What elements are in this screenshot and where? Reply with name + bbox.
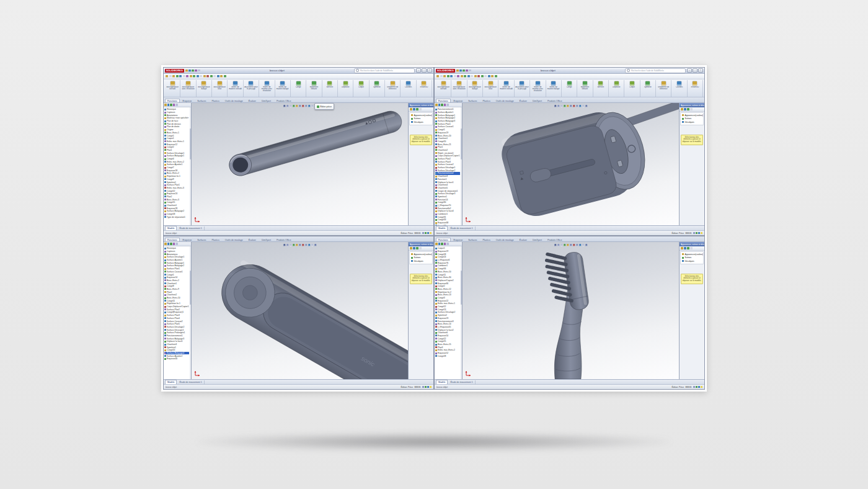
ribbon-button[interactable]: Bossage/Base extrudé [436, 80, 451, 97]
command-tab[interactable]: Outils de moulage [223, 238, 246, 241]
model-motion-tab[interactable]: Étude de mouvement 1 [448, 380, 475, 384]
feature-tree-item[interactable]: Type de séparation1 [164, 215, 189, 218]
status-icon[interactable] [693, 232, 695, 234]
status-units[interactable]: MMGS [415, 232, 421, 235]
view-toolbar-icon[interactable] [579, 244, 582, 246]
menubar-icon[interactable] [213, 75, 216, 78]
feature-tree-item[interactable]: Congé28 [435, 354, 460, 357]
command-tab[interactable]: Plastics [480, 238, 492, 241]
task-pane-tool-icon[interactable] [410, 247, 412, 249]
window-control-button[interactable]: – [687, 68, 692, 73]
ribbon-button[interactable]: Enlèv. de matière avec révolution [259, 80, 275, 97]
command-tab[interactable]: DimXpert [259, 99, 273, 102]
view-toolbar-icon[interactable] [305, 105, 308, 107]
task-pane-tool-icon[interactable] [419, 247, 422, 249]
feature-tree-item[interactable]: Coupe de séparation1 [435, 189, 460, 192]
status-icon[interactable] [693, 386, 695, 388]
appearances-tree-item[interactable]: Décalques [681, 259, 703, 263]
feature-tree-item[interactable]: Surface-Plan1 [164, 267, 189, 271]
command-tab[interactable]: Surfaces [466, 99, 479, 102]
feature-manager-tab-icon[interactable] [175, 243, 178, 245]
feature-tree-item[interactable]: Plan1 [435, 146, 460, 149]
menubar-icon[interactable] [457, 75, 459, 78]
menubar-icon[interactable] [461, 75, 463, 78]
menubar-icon[interactable] [186, 75, 188, 78]
status-icon[interactable] [427, 232, 429, 234]
title-bar[interactable]: SOLIDWORKS brosse.sldprt Recherche dans … [164, 68, 433, 74]
status-icon[interactable] [422, 386, 424, 388]
feature-tree-item[interactable]: Corps-Déplacer/Copier1 [435, 155, 460, 158]
feature-tree-item[interactable]: Répétition lin.1 [164, 175, 189, 178]
task-pane-tool-icon[interactable] [687, 108, 689, 110]
model-motion-tab[interactable]: Étude de mouvement 1 [177, 380, 204, 384]
floating-confirm-button[interactable]: Éditer pièce [314, 103, 334, 110]
window-control-button[interactable]: □ [422, 68, 427, 73]
ribbon-button[interactable]: Congé [562, 80, 577, 97]
quick-access-icon[interactable] [188, 70, 191, 72]
command-tab[interactable]: Esquisse [180, 238, 195, 241]
command-tab[interactable]: Plastics [480, 99, 492, 102]
feature-tree-item[interactable]: Boss.-Extru.30 [435, 276, 460, 279]
feature-manager-tab-icon[interactable] [441, 104, 443, 106]
feature-manager-tab-icon[interactable] [170, 243, 172, 245]
menubar-icon[interactable] [206, 75, 209, 78]
status-icon[interactable] [430, 232, 432, 234]
command-tab[interactable]: Produits Office [545, 99, 565, 102]
quick-access-icon[interactable] [469, 70, 471, 72]
feature-manager-tab-icon[interactable] [444, 104, 446, 106]
menubar-icon[interactable] [447, 75, 450, 78]
ribbon-button[interactable]: Enlèv. de matière extrudé [228, 80, 243, 97]
command-tab[interactable]: Fonctions [165, 99, 180, 102]
ribbon-button[interactable]: Géométrie de référence [656, 80, 671, 97]
menubar-icon[interactable] [471, 75, 473, 78]
view-toolbar-icon[interactable] [567, 105, 569, 107]
view-toolbar-icon[interactable] [302, 244, 304, 246]
menubar-icon[interactable] [169, 75, 172, 78]
feature-tree-item[interactable]: Fonctionnement1 [435, 108, 460, 111]
ribbon-button[interactable]: Bossage/Base lissé [483, 80, 498, 97]
task-pane-tool-icon[interactable] [690, 247, 693, 249]
command-tab[interactable]: DimXpert [259, 238, 273, 241]
feature-manager-tab-icon[interactable] [164, 104, 167, 106]
task-pane-tool-icon[interactable] [684, 247, 686, 249]
feature-manager-tab-icon[interactable] [435, 104, 438, 106]
menubar-icon[interactable] [474, 75, 477, 78]
menubar-icon[interactable] [193, 75, 195, 78]
menubar-icon[interactable] [491, 75, 494, 78]
menubar-icon[interactable] [436, 75, 439, 78]
ribbon-button[interactable]: Répétition linéaire [306, 80, 322, 97]
command-tab[interactable]: Évaluer [517, 99, 529, 102]
quick-access-icon[interactable] [192, 70, 194, 72]
tree-scrollbar-thumb[interactable] [190, 271, 192, 305]
feature-manager-tab-icon[interactable] [173, 104, 175, 106]
view-toolbar-icon[interactable] [283, 244, 286, 246]
menubar-icon[interactable] [443, 75, 446, 78]
feature-tree-item[interactable]: Origine [164, 128, 189, 132]
status-units[interactable]: MMGS [415, 386, 421, 388]
model-head-base-svg[interactable] [463, 103, 679, 225]
task-pane-tool-icon[interactable] [690, 108, 693, 110]
ribbon-button[interactable]: Instant3D [417, 80, 432, 97]
ribbon-button[interactable]: Enlèv. de matière balayé [275, 80, 291, 97]
ribbon-button[interactable]: Bossage/Base extrudé [165, 80, 180, 97]
feature-tree-item[interactable]: Congé2 [164, 146, 189, 149]
view-toolbar-icon[interactable] [573, 244, 575, 246]
command-tab[interactable]: Outils de moulage [223, 99, 246, 102]
viewport-handle-closeup[interactable]: sonic [192, 242, 409, 379]
view-toolbar-icon[interactable] [290, 105, 292, 107]
view-toolbar-icon[interactable] [299, 244, 301, 246]
feature-tree-item[interactable]: Congé1 [435, 128, 460, 132]
view-toolbar-icon[interactable] [567, 244, 569, 246]
command-tab[interactable]: Surfaces [195, 99, 208, 102]
ribbon-button[interactable]: Géométrie de référence [385, 80, 401, 97]
ribbon-button[interactable]: Courbes [401, 80, 416, 97]
menubar-icon[interactable] [200, 75, 202, 78]
status-units[interactable]: MMGS [686, 386, 692, 388]
status-icon[interactable] [698, 232, 700, 234]
menubar-icon[interactable] [484, 75, 487, 78]
ribbon-button[interactable]: Instant3D [688, 80, 703, 97]
command-tab[interactable]: Évaluer [246, 99, 259, 102]
ribbon-button[interactable]: Dépouille [609, 80, 624, 97]
task-pane-header[interactable]: Apparences, scènes et décalques [409, 242, 433, 246]
task-pane-tool-icon[interactable] [684, 108, 686, 110]
